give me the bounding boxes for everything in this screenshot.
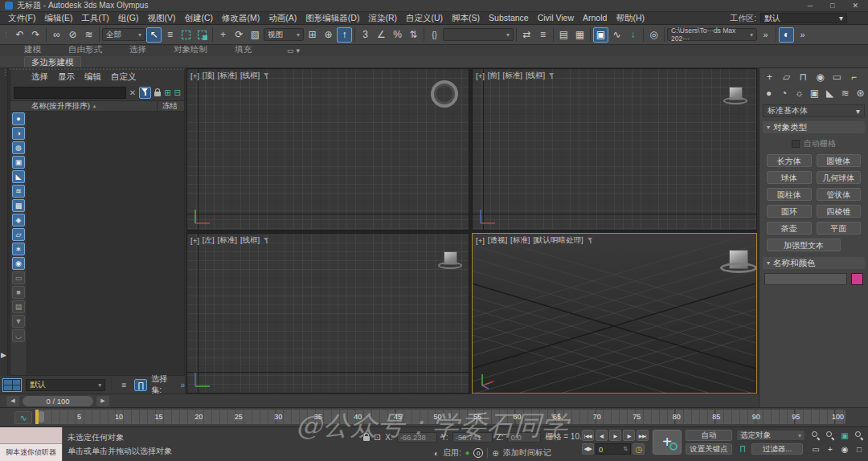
timeline-tick[interactable]: 25 (235, 413, 243, 421)
angle-snap-icon[interactable]: ∠ (374, 27, 389, 43)
button-cylinder[interactable]: 圆柱体 (767, 188, 812, 201)
button-teapot[interactable]: 茶壶 (767, 222, 812, 235)
filter-shapes-icon[interactable]: ◑ (12, 127, 25, 140)
primitive-category-dropdown[interactable]: 标准基本体 ▾ (763, 104, 865, 117)
bind-to-spacewarp-icon[interactable]: ≋ (81, 27, 96, 43)
menu-substance[interactable]: Substance (489, 13, 529, 24)
viewport-label-tag[interactable]: [标准] (218, 235, 237, 246)
menu-modifiers[interactable]: 修改器(M) (222, 13, 260, 24)
filter-lights-icon[interactable]: ◍ (12, 141, 25, 154)
button-box[interactable]: 长方体 (767, 154, 812, 167)
listener-macro-row[interactable] (0, 427, 62, 444)
window-crossing-icon[interactable] (194, 27, 210, 43)
rectangular-selection-region-icon[interactable] (178, 27, 194, 43)
button-tube[interactable]: 管状体 (817, 188, 862, 201)
timeline-tick[interactable]: 100 (832, 413, 844, 421)
ribbon-tab-freeform[interactable]: 自由形式 (55, 43, 115, 56)
spinner-icon[interactable]: ⇅ (623, 446, 628, 452)
button-text-plus[interactable]: 加强型文本 (767, 239, 841, 251)
ribbon-minimize-icon[interactable]: ▭ ▾ (287, 47, 300, 56)
viewport-label-tag[interactable]: [+] (190, 236, 199, 245)
expand-tree-icon[interactable]: ⊞ (164, 88, 170, 97)
filter-groups-icon[interactable]: ▩ (12, 199, 25, 212)
polygon-modeling-panel[interactable]: 多边形建模 (24, 56, 81, 67)
ribbon-tab-object-paint[interactable]: 对象绘制 (161, 43, 220, 56)
selection-lock-icon[interactable] (363, 436, 370, 441)
render-setup-icon[interactable]: ◐ (779, 27, 794, 43)
mirror-icon[interactable]: ⇄ (519, 27, 534, 43)
menu-edit[interactable]: 编辑(E) (44, 13, 72, 24)
key-filters-button[interactable]: 过滤器... (751, 443, 803, 455)
viewport-front[interactable]: [+][前][标准][线框] (472, 68, 757, 230)
menu-tools[interactable]: 工具(T) (81, 13, 108, 24)
maxscript-mini-listener[interactable]: 脚本迷你侦听器 (0, 427, 63, 461)
previous-frame-arrow-button[interactable]: ◀ (6, 396, 19, 406)
workspace-dropdown[interactable]: 默认 ▾ (760, 13, 847, 23)
material-editor-icon[interactable]: ◎ (646, 27, 661, 43)
viewport-label-tag[interactable]: [+] (476, 236, 485, 245)
create-tab-icon[interactable]: + (762, 70, 777, 84)
toolbar-overflow-icon[interactable]: » (758, 27, 773, 43)
time-configuration-icon[interactable]: ◷ (633, 443, 645, 455)
hierarchy-tab-icon[interactable]: ⊓ (796, 70, 811, 84)
maximize-viewport-toggle-icon[interactable]: □ (853, 443, 866, 455)
selection-set-overflow-icon[interactable]: » (180, 381, 185, 390)
helpers-category-icon[interactable]: ◣ (823, 86, 837, 100)
adaptive-degradation-icon[interactable]: ◐ (434, 449, 439, 458)
spacewarps-category-icon[interactable]: ≋ (838, 86, 852, 100)
maximize-button[interactable]: □ (830, 2, 834, 10)
next-frame-arrow-button[interactable]: ▶ (96, 396, 109, 406)
explorer-search-input[interactable] (14, 87, 126, 99)
explorer-menu-display[interactable]: 显示 (58, 71, 75, 83)
isolate-selection-toggle-icon[interactable]: ∏ (134, 379, 147, 391)
lock-explorer-icon[interactable] (154, 92, 161, 96)
layout-preset-dropdown[interactable]: 默认 ▾ (26, 379, 105, 391)
geometry-category-icon[interactable]: ● (762, 86, 776, 100)
filter-spacewarps-icon[interactable]: ≋ (12, 185, 25, 198)
keyboard-override-toggle-icon[interactable]: ↑ (337, 27, 352, 43)
play-button[interactable]: ▶ (609, 430, 621, 441)
filter-cameras-icon[interactable]: ▣ (12, 156, 25, 169)
search-filter-icon[interactable] (139, 87, 151, 99)
viewport-label-tag[interactable]: [标准] (510, 235, 530, 246)
time-slider-track[interactable]: 0510152025303540455055606570758085909510… (35, 410, 845, 424)
y-coordinate-field[interactable]: -56.741 (452, 432, 493, 443)
clear-search-icon[interactable]: ✕ (129, 88, 136, 97)
explorer-menu-select[interactable]: 选择 (31, 71, 48, 83)
ribbon-tab-selection[interactable]: 选择 (117, 43, 159, 56)
snaps-3d-icon[interactable]: 3 (358, 27, 373, 43)
viewcube-icon[interactable] (438, 251, 462, 269)
menu-group[interactable]: 组(G) (118, 13, 139, 24)
selection-filter-dropdown[interactable]: 全部 ▾ (102, 28, 145, 41)
object-type-rollout-header[interactable]: ▾ 对象类型 (763, 121, 865, 133)
collapse-tree-icon[interactable]: ⊟ (174, 88, 181, 97)
select-and-rotate-icon[interactable]: ⟳ (231, 27, 247, 43)
zoom-extents-icon[interactable]: ▣ (838, 430, 851, 441)
orbit-icon[interactable]: ◉ (838, 443, 851, 455)
select-and-link-icon[interactable]: ∞ (49, 27, 64, 43)
menu-civil-view[interactable]: Civil View (538, 13, 574, 24)
button-plane[interactable]: 平面 (817, 222, 862, 235)
viewport-label-tag[interactable]: [标准] (218, 71, 237, 81)
set-key-button[interactable]: 设置关键点 (686, 443, 732, 455)
filter-geometry-icon[interactable]: ● (12, 112, 25, 125)
timeline-tick[interactable]: 80 (673, 413, 681, 421)
timeline-tick[interactable]: 20 (194, 413, 203, 421)
name-color-rollout-header[interactable]: ▾ 名称和颜色 (763, 257, 865, 269)
timeline-tick[interactable]: 70 (593, 413, 601, 421)
viewport-label-tag[interactable]: [顶] (203, 71, 215, 81)
viewport-filter-icon[interactable] (264, 73, 269, 80)
named-sets-dropdown[interactable]: ▾ (443, 28, 514, 41)
ribbon-toggle-icon[interactable]: ▣ (593, 27, 608, 43)
x-coordinate-field[interactable]: -66.238 (397, 432, 437, 443)
viewport-perspective-active[interactable]: [+][透视][标准][默认明暗处理] (472, 233, 757, 394)
menu-graph-editors[interactable]: 图形编辑器(D) (305, 13, 359, 24)
filter-frozen-icon[interactable]: ∗ (12, 243, 25, 255)
explorer-menu-customize[interactable]: 自定义 (111, 71, 137, 83)
filter-bag-icon[interactable]: ◡ (12, 329, 25, 342)
zoom-extents-all-icon[interactable] (853, 430, 866, 441)
timeline-tick[interactable]: 55 (473, 413, 481, 421)
set-keys-button[interactable]: + (653, 430, 682, 455)
viewport-label-tag[interactable]: [线框] (240, 71, 260, 81)
select-by-name-icon[interactable]: ≡ (162, 27, 178, 43)
